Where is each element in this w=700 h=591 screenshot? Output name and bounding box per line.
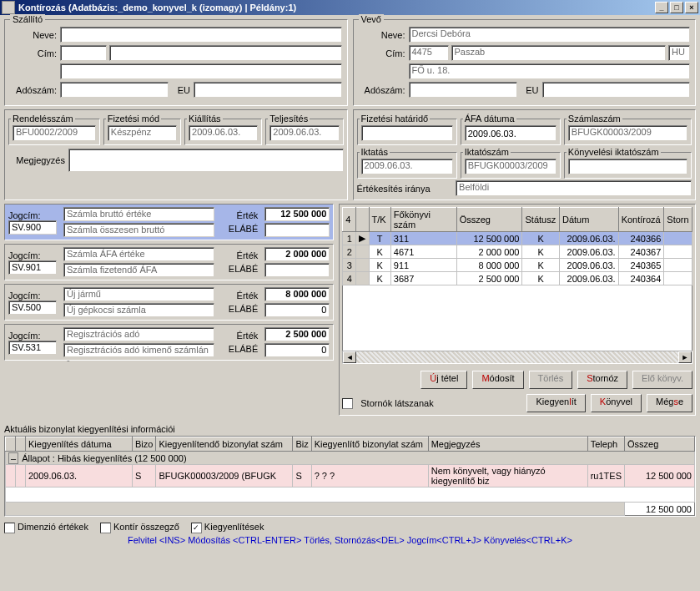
grid-row[interactable]: 3K9118 000 000K2009.06.03.240365 <box>343 259 692 272</box>
titlebar: Kontírozás (Adatbázis:_demo_konyvel_k (i… <box>0 0 700 15</box>
due-date <box>361 125 453 141</box>
grid-row[interactable]: 4K36872 500 000K2009.06.03.240364 <box>343 272 692 285</box>
reg-no: BFUGK00003/2009 <box>465 159 556 174</box>
window-title: Kontírozás (Adatbázis:_demo_konyvel_k (i… <box>18 3 296 13</box>
settlement-title: Aktuális bizonylat kiegyenlítési informá… <box>4 424 696 434</box>
storno-button[interactable]: Stornóz <box>577 371 627 389</box>
keyboard-hint: Felvitel <INS> Módosítás <CTRL-ENTER> Tö… <box>4 533 696 547</box>
invoice-block: Fizetési határidő ÁFA dátuma SzámlaszámB… <box>353 109 697 200</box>
payment-method: Készpénz <box>108 125 177 141</box>
sale-direction: Belföldi <box>456 180 692 196</box>
entries-panel: 4T/KFőkönyvi számÖsszegStátuszDátumKontí… <box>339 204 696 416</box>
supplier-tax[interactable] <box>60 82 169 98</box>
app-icon <box>2 1 15 14</box>
kontir-checkbox[interactable] <box>100 523 111 533</box>
grid-hscroll[interactable]: ◄ ► <box>342 351 692 364</box>
vat-date[interactable] <box>465 125 556 141</box>
minimize-button[interactable]: _ <box>655 2 668 13</box>
note-input[interactable] <box>68 149 344 172</box>
scroll-right-icon[interactable]: ► <box>678 351 692 363</box>
close-button[interactable]: × <box>685 2 698 13</box>
fulfil-date: 2009.06.03. <box>269 125 339 141</box>
prebook-button: Elő könyv. <box>632 371 692 389</box>
order-no: BFU0002/2009 <box>13 125 96 141</box>
jogcim-row[interactable]: Jogcím:SV.500Új járműÚj gépkocsi számlaÉ… <box>4 284 334 321</box>
grid-row[interactable]: 2K46712 000 000K2009.06.03.240367 <box>343 245 692 259</box>
jogcim-row[interactable]: Jogcím:SV.531Regisztrációs adóRegisztrác… <box>4 324 334 361</box>
dim-checkbox[interactable] <box>4 523 15 533</box>
maximize-button[interactable]: □ <box>670 2 683 13</box>
order-block: RendelésszámBFU0002/2009 Fizetési módKés… <box>4 109 348 200</box>
delete-button: Törlés <box>529 371 573 389</box>
jogcim-panel: Jogcím:SV.900Számla bruttó értékeSzámla … <box>4 204 334 416</box>
settle-button[interactable]: Kiegyenlít <box>526 394 585 412</box>
supplier-city[interactable] <box>109 45 342 61</box>
buyer-name: Dercsi Debóra <box>409 27 691 43</box>
cancel-button[interactable]: Mégse <box>647 394 692 412</box>
scroll-left-icon[interactable]: ◄ <box>343 351 356 363</box>
bookreg-no <box>568 159 687 174</box>
supplier-name[interactable] <box>60 27 342 43</box>
supplier-zip[interactable] <box>60 45 107 61</box>
settlement-row[interactable]: 2009.06.03. S BFUGK00003/2009 (BFUGK S ?… <box>6 465 695 487</box>
invoice-no: BFUGK00003/2009 <box>568 125 687 141</box>
jogcim-row[interactable]: Jogcím:SV.901Számla ÁFA értékeSzámla fiz… <box>4 244 334 280</box>
supplier-eu[interactable] <box>194 82 342 98</box>
jogcim-row[interactable]: Jogcím:SV.900Számla bruttó értékeSzámla … <box>4 204 334 240</box>
supplier-street[interactable] <box>60 63 342 79</box>
settle-checkbox[interactable] <box>191 523 202 533</box>
grid-row[interactable]: 1▶T31112 500 000K2009.06.03.240366 <box>343 232 692 245</box>
settlement-panel: Kiegyenlítés dátumaBizoKiegyenlítendő bi… <box>4 436 696 517</box>
show-storno-checkbox[interactable] <box>342 398 353 409</box>
collapse-icon[interactable]: – <box>8 452 18 464</box>
modify-button[interactable]: Módosít <box>472 371 523 389</box>
buyer-group: Vevő Neve:Dercsi Debóra Cím:4475PaszabHU… <box>353 19 697 106</box>
new-item-button[interactable]: Új tétel <box>421 371 467 389</box>
reg-date: 2009.06.03. <box>361 159 453 174</box>
book-button[interactable]: Könyvel <box>591 394 642 412</box>
settlement-total: 12 500 000 <box>625 503 695 516</box>
issue-date: 2009.06.03. <box>189 125 258 141</box>
entries-grid[interactable]: 4T/KFőkönyvi számÖsszegStátuszDátumKontí… <box>342 207 692 285</box>
supplier-group: Szállító Neve: Cím: Adószám:EU <box>4 19 348 106</box>
